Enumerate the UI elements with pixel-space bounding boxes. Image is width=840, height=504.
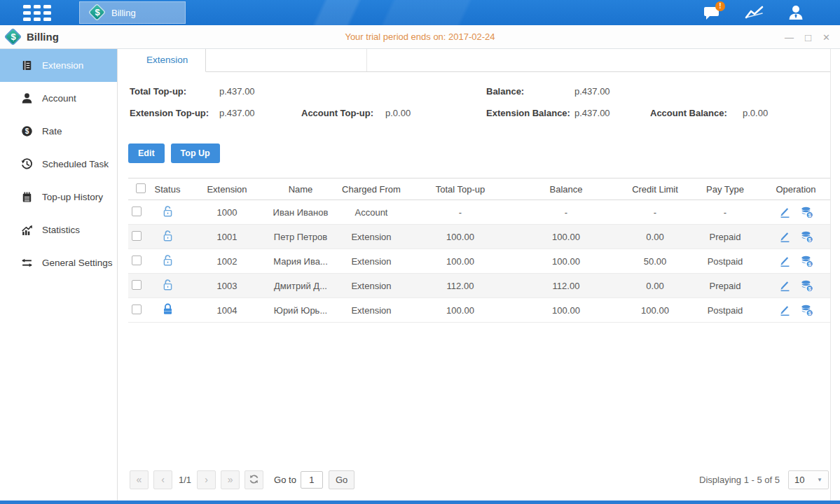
main-content: Extension Total Top-up: p.437.00 Balance… [118, 49, 840, 500]
close-button[interactable]: ✕ [822, 33, 830, 42]
status-lock [149, 254, 186, 269]
stats-chart-icon [21, 224, 33, 236]
svg-text:$: $ [808, 310, 811, 316]
pencil-icon [779, 304, 791, 316]
edit-row-button[interactable] [779, 255, 791, 267]
edit-row-button[interactable] [779, 231, 791, 243]
total-topup-value: p.437.00 [219, 86, 255, 97]
refresh-icon [249, 474, 259, 484]
charged-from: Extension [333, 256, 410, 267]
pagination-bar: « ‹ 1/1 › » Go to Go [130, 470, 829, 489]
extension-name: Петр Петров [268, 232, 333, 242]
topup-row-button[interactable]: $ [801, 231, 813, 243]
extensions-table: Status Extension Name Charged From Total… [128, 178, 830, 323]
coins-topup-icon: $ [801, 280, 813, 292]
goto-page-input[interactable] [301, 471, 323, 489]
edit-row-button[interactable] [779, 280, 791, 292]
topup-row-button[interactable]: $ [801, 280, 813, 292]
row-checkbox[interactable] [132, 255, 142, 265]
sidebar-item-general-settings[interactable]: General Settings [0, 246, 117, 279]
balance: 100.00 [511, 305, 621, 316]
top-bar: $ Billing ! [0, 0, 840, 25]
go-button[interactable]: Go [329, 470, 354, 489]
row-checkbox[interactable] [132, 206, 142, 216]
prev-page-button[interactable]: ‹ [153, 470, 172, 489]
sliders-icon [21, 257, 33, 269]
apps-grid-icon[interactable] [23, 5, 51, 21]
account-topup-value: p.0.00 [385, 108, 411, 118]
edit-button[interactable]: Edit [128, 144, 165, 163]
credit-limit: 50.00 [621, 256, 689, 267]
credit-limit: - [621, 207, 689, 218]
extension-name: Иван Иванов [268, 207, 333, 218]
pay-type: Prepaid [689, 232, 762, 242]
extension-number: 1002 [186, 256, 268, 267]
topup-row-button[interactable]: $ [801, 206, 813, 218]
extension-balance-value: p.437.00 [574, 108, 610, 118]
svg-text:$: $ [808, 237, 811, 243]
svg-text:$: $ [25, 127, 29, 135]
table-row: 1004 Юрий Юрь... Extension 100.00 100.00… [128, 298, 830, 323]
sidebar-item-account[interactable]: Account [0, 82, 117, 115]
user-account-icon[interactable] [785, 4, 806, 22]
page-indicator: 1/1 [179, 475, 191, 485]
topbar-tab-billing[interactable]: $ Billing [79, 1, 186, 24]
person-icon [21, 92, 33, 104]
chevron-down-icon: ▼ [817, 477, 822, 483]
topup-button[interactable]: Top Up [171, 144, 220, 163]
summary-stats: Total Top-up: p.437.00 Balance: p.437.00… [128, 83, 830, 128]
tab-strip-divider [206, 49, 367, 71]
charged-from: Extension [333, 281, 410, 291]
pay-type: - [689, 207, 762, 218]
topup-row-button[interactable]: $ [801, 255, 813, 267]
sidebar-item-statistics[interactable]: Statistics [0, 214, 117, 246]
balance-label: Balance: [486, 86, 524, 97]
window-bottom-border [0, 500, 840, 504]
account-topup-label: Account Top-up: [301, 108, 373, 118]
row-checkbox[interactable] [132, 280, 142, 290]
unlocked-icon [162, 254, 174, 267]
topup-row-button[interactable]: $ [801, 304, 813, 316]
sidebar-item-extension[interactable]: Extension [0, 49, 117, 82]
table-header: Status Extension Name Charged From Total… [128, 178, 830, 200]
monitor-chart-icon[interactable] [743, 4, 764, 22]
svg-text:$: $ [808, 261, 811, 267]
next-page-button[interactable]: › [197, 470, 216, 489]
table-row: 1000 Иван Иванов Account - - - - $ [128, 200, 830, 225]
coins-topup-icon: $ [801, 255, 813, 267]
tab-extension[interactable]: Extension [128, 49, 206, 72]
minimize-button[interactable]: — [785, 33, 794, 42]
refresh-button[interactable] [245, 470, 263, 489]
last-page-button[interactable]: » [221, 470, 240, 489]
row-checkbox[interactable] [132, 304, 142, 314]
sidebar-item-rate[interactable]: $ Rate [0, 115, 117, 148]
account-balance-label: Account Balance: [650, 108, 727, 118]
window-title: Billing [27, 31, 59, 43]
extension-number: 1000 [186, 207, 268, 218]
row-checkbox[interactable] [132, 231, 142, 241]
credit-limit: 100.00 [621, 305, 689, 316]
unlocked-icon [162, 230, 174, 242]
dollar-circle-icon: $ [21, 125, 33, 137]
coins-topup-icon: $ [801, 304, 813, 316]
total-topup-label: Total Top-up: [130, 86, 186, 97]
pencil-icon [779, 255, 791, 267]
edit-row-button[interactable] [779, 304, 791, 316]
first-page-button[interactable]: « [130, 470, 149, 489]
coins-topup-icon: $ [801, 231, 813, 243]
maximize-button[interactable]: □ [805, 32, 811, 43]
sidebar-item-scheduled-task[interactable]: Scheduled Task [0, 148, 117, 181]
messages-icon[interactable]: ! [701, 4, 722, 22]
balance: 100.00 [511, 256, 621, 267]
edit-row-button[interactable] [779, 206, 791, 218]
sidebar-item-topup-history[interactable]: Top-up History [0, 181, 117, 214]
svg-text:$: $ [808, 212, 811, 218]
select-all-checkbox[interactable] [136, 183, 146, 193]
billing-diamond-icon: $ [90, 5, 105, 20]
pencil-icon [779, 231, 791, 243]
page-size-select[interactable]: 10 ▼ [788, 470, 829, 489]
balance: 112.00 [511, 281, 621, 291]
notebook-icon [21, 191, 33, 203]
notification-badge: ! [715, 1, 725, 11]
credit-limit: 0.00 [621, 232, 689, 242]
